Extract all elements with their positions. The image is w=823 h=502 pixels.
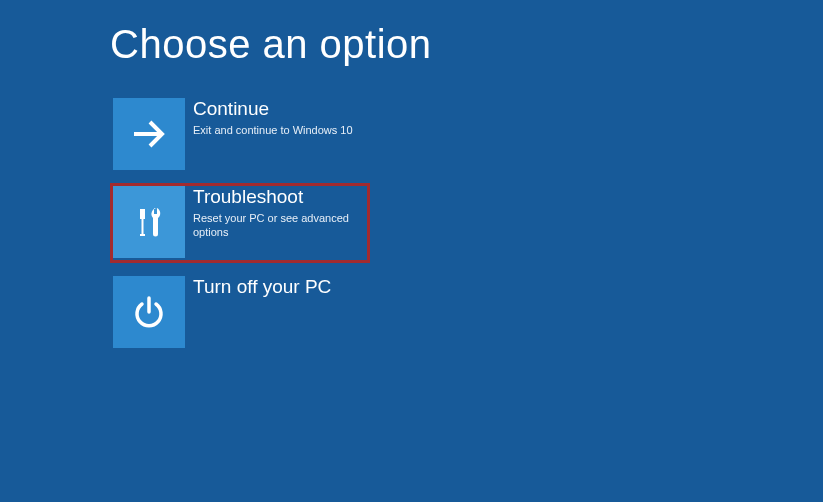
option-title: Continue: [193, 98, 353, 121]
page-title: Choose an option: [110, 22, 823, 67]
option-title: Turn off your PC: [193, 276, 331, 299]
option-list: Continue Exit and continue to Windows 10: [110, 95, 823, 351]
option-text-troubleshoot: Troubleshoot Reset your PC or see advanc…: [185, 186, 367, 239]
tools-icon: [127, 200, 171, 244]
option-description: Exit and continue to Windows 10: [193, 123, 353, 137]
option-text-turnoff: Turn off your PC: [185, 276, 331, 301]
tile-turnoff: [113, 276, 185, 348]
svg-rect-1: [140, 209, 145, 219]
option-description: Reset your PC or see advanced options: [193, 211, 367, 240]
svg-rect-2: [142, 219, 144, 234]
option-turnoff[interactable]: Turn off your PC: [110, 273, 365, 351]
arrow-right-icon: [128, 113, 170, 155]
tile-continue: [113, 98, 185, 170]
option-text-continue: Continue Exit and continue to Windows 10: [185, 98, 353, 137]
option-title: Troubleshoot: [193, 186, 367, 209]
option-troubleshoot[interactable]: Troubleshoot Reset your PC or see advanc…: [110, 183, 370, 263]
power-icon: [129, 292, 169, 332]
tile-troubleshoot: [113, 186, 185, 258]
option-continue[interactable]: Continue Exit and continue to Windows 10: [110, 95, 365, 173]
svg-rect-3: [140, 234, 145, 236]
